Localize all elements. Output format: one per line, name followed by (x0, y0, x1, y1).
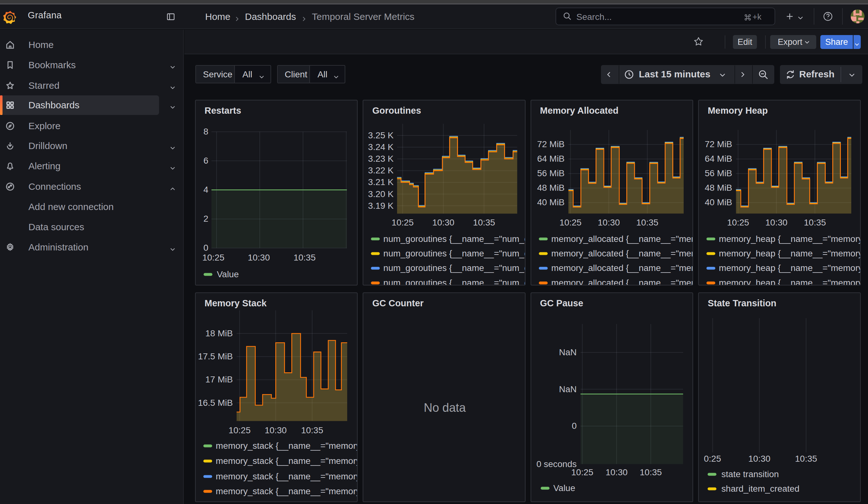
svg-text:10:25: 10:25 (571, 467, 593, 477)
svg-text:memory_heap {__name__="memory_: memory_heap {__name__="memory_h (719, 263, 861, 273)
svg-text:3.24 K: 3.24 K (368, 142, 394, 152)
svg-text:17 MiB: 17 MiB (205, 374, 232, 384)
svg-text:memory_heap {__name__="memory_: memory_heap {__name__="memory_h (719, 234, 861, 244)
svg-text:64 MiB: 64 MiB (705, 154, 732, 164)
svg-text:10:30: 10:30 (598, 218, 620, 227)
svg-text:10:35: 10:35 (640, 467, 662, 477)
svg-text:3.22 K: 3.22 K (368, 165, 394, 175)
svg-text:18 MiB: 18 MiB (205, 328, 232, 338)
svg-text:2: 2 (203, 214, 208, 224)
svg-text:num_goroutines {__name__="num_: num_goroutines {__name__="num_go (383, 263, 526, 273)
svg-text:state transition: state transition (722, 469, 779, 479)
svg-text:40 MiB: 40 MiB (705, 197, 732, 207)
svg-text:3.23 K: 3.23 K (368, 154, 394, 164)
svg-text:40 MiB: 40 MiB (537, 197, 564, 207)
svg-text:num_goroutines {__name__="num_: num_goroutines {__name__="num_go (383, 278, 526, 286)
svg-text:num_goroutines {__name__="num_: num_goroutines {__name__="num_go (383, 248, 526, 258)
svg-text:10:30: 10:30 (748, 454, 771, 464)
svg-text:10:35: 10:35 (636, 218, 659, 227)
svg-text:memory_heap {__name__="memory_: memory_heap {__name__="memory_h (719, 248, 861, 258)
svg-text:0:25: 0:25 (704, 454, 721, 464)
svg-text:6: 6 (203, 156, 208, 165)
svg-text:56 MiB: 56 MiB (705, 168, 732, 178)
svg-text:3.20 K: 3.20 K (368, 189, 394, 199)
svg-text:10:35: 10:35 (301, 425, 323, 435)
svg-text:3.21 K: 3.21 K (368, 177, 394, 187)
svg-text:48 MiB: 48 MiB (537, 183, 564, 193)
svg-text:shard_item_created: shard_item_created (722, 484, 799, 494)
svg-text:10:30: 10:30 (432, 218, 455, 227)
svg-text:10:25: 10:25 (559, 218, 581, 227)
svg-text:memory_allocated {__name__="me: memory_allocated {__name__="memo (551, 263, 693, 273)
svg-text:Value: Value (217, 269, 239, 279)
svg-text:memory_heap {__name__="memory_: memory_heap {__name__="memory_h (719, 278, 861, 286)
svg-text:0 seconds: 0 seconds (536, 459, 577, 469)
svg-text:10:30: 10:30 (248, 253, 270, 263)
svg-text:memory_allocated {__name__="me: memory_allocated {__name__="memo (551, 234, 693, 244)
svg-text:10:30: 10:30 (265, 425, 287, 435)
svg-text:memory_stack {__name__="memory: memory_stack {__name__="memory_s (216, 456, 358, 466)
svg-text:4: 4 (203, 185, 208, 195)
svg-text:10:25: 10:25 (228, 425, 251, 435)
svg-text:10:25: 10:25 (202, 253, 225, 263)
svg-text:10:35: 10:35 (473, 218, 495, 227)
svg-text:64 MiB: 64 MiB (537, 154, 564, 164)
svg-text:0: 0 (203, 243, 208, 253)
svg-text:NaN: NaN (559, 347, 577, 357)
svg-text:17.5 MiB: 17.5 MiB (198, 351, 232, 361)
svg-text:memory_stack {__name__="memory: memory_stack {__name__="memory_s (216, 472, 358, 481)
svg-text:10:25: 10:25 (392, 218, 414, 227)
svg-text:72 MiB: 72 MiB (705, 139, 732, 149)
svg-text:Value: Value (553, 483, 576, 493)
svg-text:10:35: 10:35 (293, 253, 316, 263)
svg-text:10:35: 10:35 (804, 218, 826, 227)
svg-text:memory_stack {__name__="memory: memory_stack {__name__="memory_s (216, 486, 358, 496)
svg-text:48 MiB: 48 MiB (705, 183, 732, 193)
svg-text:memory_stack {__name__="memory: memory_stack {__name__="memory_s (216, 441, 358, 451)
svg-text:8: 8 (203, 127, 208, 136)
svg-text:72 MiB: 72 MiB (537, 139, 564, 149)
svg-text:10:25: 10:25 (727, 218, 749, 227)
svg-text:num_goroutines {__name__="num_: num_goroutines {__name__="num_go (383, 234, 526, 244)
svg-text:0: 0 (572, 421, 577, 431)
svg-text:10:35: 10:35 (795, 454, 817, 464)
svg-text:10:30: 10:30 (606, 467, 628, 477)
svg-text:3.19 K: 3.19 K (368, 201, 394, 210)
svg-text:3.25 K: 3.25 K (368, 131, 394, 140)
svg-text:NaN: NaN (559, 384, 577, 394)
svg-text:memory_allocated {__name__="me: memory_allocated {__name__="memo (551, 248, 693, 258)
svg-text:16.5 MiB: 16.5 MiB (198, 398, 232, 408)
svg-text:56 MiB: 56 MiB (537, 168, 564, 178)
svg-text:10:30: 10:30 (765, 218, 787, 227)
svg-text:memory_allocated {__name__="me: memory_allocated {__name__="memo (551, 278, 693, 286)
